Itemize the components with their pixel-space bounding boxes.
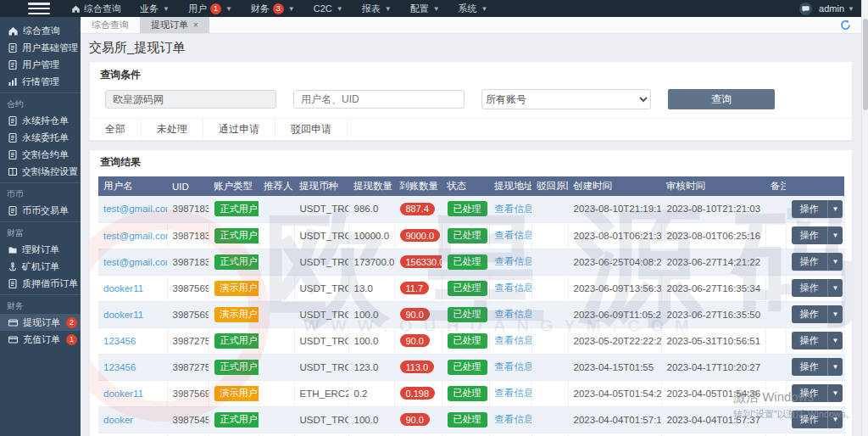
reject-reason-cell [531, 275, 568, 301]
user-search-input[interactable] [293, 90, 465, 109]
site-input[interactable] [105, 90, 276, 109]
table-row: dooker 3987545 正式用户 USDT_TRC20 100.0 90.… [98, 406, 844, 433]
account-type-badge: 演示用户 [214, 386, 259, 401]
chevron-down-icon: ▼ [163, 5, 170, 13]
tab-withdraw-orders[interactable]: 提现订单 × [140, 17, 209, 33]
coin-cell: USDT_TRC20 [294, 275, 348, 301]
nav-item-business[interactable]: 业务▼ [131, 0, 179, 17]
nav-item-users[interactable]: 用户1▼ [179, 0, 242, 17]
filter-tab-all[interactable]: 全部 [90, 119, 142, 140]
nav-item-config[interactable]: 配置▼ [401, 0, 449, 17]
search-button[interactable]: 查询 [668, 89, 775, 109]
username-link[interactable]: test@gmail.com [103, 231, 167, 241]
file-icon [8, 115, 18, 126]
table-row: dooker11 3987569 演示用户 USDT_TRC20 100.0 9… [98, 301, 844, 327]
receive-amount-badge: 9000.0 [400, 229, 441, 242]
scrollbar-thumb[interactable] [863, 19, 868, 110]
close-icon[interactable]: × [193, 20, 198, 30]
top-navbar: 综合查询 业务▼ 用户1▼ 财务3▼ C2C▼ 报表▼ 配置▼ 系统▼ admi… [0, 0, 868, 17]
username-link[interactable]: dooker11 [103, 283, 143, 293]
menu-toggle-icon[interactable] [28, 3, 50, 14]
receive-amount-badge: 90.0 [400, 308, 430, 321]
referrer-cell [259, 327, 294, 354]
sidebar-item-miner-orders[interactable]: 矿机订单 [0, 258, 81, 275]
sidebar-item-overview[interactable]: 综合查询 [0, 22, 81, 39]
nav-item-system[interactable]: 系统▼ [449, 0, 498, 17]
action-button[interactable]: 操作▼ [792, 253, 843, 271]
sidebar-item-delivery-control[interactable]: 交割场控设置 [0, 163, 81, 180]
refresh-icon[interactable] [840, 20, 851, 32]
sidebar-item-user-basic-mgmt[interactable]: 用户基础管理 [0, 39, 81, 56]
sidebar-item-pledge-orders[interactable]: 质押借币订单 [0, 275, 81, 292]
status-cell: 已处理 [442, 222, 489, 249]
account-type-select[interactable]: 所有账号 [481, 89, 651, 109]
sidebar-item-deposit-orders[interactable]: 充值订单 1 [0, 331, 81, 348]
username-link[interactable]: 123456 [103, 336, 136, 346]
view-info-link[interactable]: 查看信息 [495, 361, 532, 372]
created-at-cell: 2023-06-25T04:08:22 [568, 249, 661, 275]
username-link[interactable]: test@gmail.com [103, 204, 167, 214]
username-link[interactable]: dooker11 [103, 310, 143, 320]
sidebar-item-perpetual-positions[interactable]: 永续持仓单 [0, 112, 81, 129]
view-info-link[interactable]: 查看信息 [495, 388, 532, 398]
view-info-link[interactable]: 查看信息 [495, 282, 532, 293]
username-link[interactable]: dooker11 [103, 388, 143, 399]
sidebar-item-market-mgmt[interactable]: 行情管理 [0, 73, 81, 90]
results-table-body: test@gmail.com 3987183 正式用户 USDT_TRC20 9… [98, 196, 844, 436]
reviewed-at-cell: 2023-05-31T10:56:51 [661, 327, 765, 354]
nav-item-reports[interactable]: 报表▼ [353, 0, 401, 17]
note-cell [765, 301, 786, 327]
filter-tab-pending[interactable]: 未处理 [142, 119, 203, 140]
sidebar-item-perpetual-orders[interactable]: 永续委托单 [0, 129, 81, 146]
sidebar-item-spot-trades[interactable]: 币币交易单 [0, 202, 81, 219]
sidebar-item-wealth-orders[interactable]: 理财订单 [0, 241, 81, 258]
sidebar-item-user-mgmt[interactable]: 用户管理 [0, 56, 81, 73]
receive-amount-badge: 90.0 [400, 334, 430, 347]
view-info-link[interactable]: 查看信息 [495, 204, 532, 214]
filter-tab-approved[interactable]: 通过申请 [203, 119, 275, 140]
view-info-link[interactable]: 查看信息 [495, 309, 532, 319]
nav-item-overview[interactable]: 综合查询 [62, 0, 131, 17]
amount-cell: 0.2 [348, 380, 394, 406]
sidebar-item-withdraw-orders[interactable]: 提现订单 2 [0, 314, 81, 331]
file-icon [8, 59, 18, 70]
amount-cell: 100.0 [348, 327, 394, 354]
username-link[interactable]: test@gmail.com [103, 257, 167, 267]
coin-cell: USDT_TRC20 [294, 433, 348, 436]
uid-cell: 3987183 [167, 249, 209, 275]
page-scrollbar[interactable] [861, 0, 868, 436]
reject-reason-cell [531, 380, 568, 406]
action-button[interactable]: 操作▼ [792, 305, 843, 323]
view-info-link[interactable]: 查看信息 [495, 335, 532, 345]
note-cell [765, 380, 786, 406]
view-info-link[interactable]: 查看信息 [495, 256, 532, 266]
status-cell: 已处理 [442, 380, 489, 406]
nav-item-c2c[interactable]: C2C▼ [304, 0, 353, 17]
chevron-down-icon: ▼ [827, 253, 843, 271]
action-button[interactable]: 操作▼ [792, 279, 843, 297]
user-menu[interactable]: admin▼ [819, 3, 854, 14]
view-info-link[interactable]: 查看信息 [495, 230, 532, 240]
note-cell [765, 222, 786, 249]
action-button[interactable]: 操作▼ [792, 384, 843, 402]
message-icon[interactable] [799, 3, 812, 15]
tab-overview[interactable]: 综合查询 [81, 17, 140, 33]
action-button[interactable]: 操作▼ [792, 358, 843, 376]
created-at-cell: 2023-05-20T22:22:25 [568, 327, 661, 354]
coin-cell: USDT_TRC20 [294, 354, 348, 380]
action-button[interactable]: 操作▼ [792, 226, 843, 244]
sidebar-item-delivery-contracts[interactable]: 交割合约单 [0, 146, 81, 163]
action-button[interactable]: 操作▼ [792, 200, 843, 218]
chevron-down-icon: ▼ [385, 5, 392, 13]
username-link[interactable]: 123456 [103, 362, 136, 372]
username-link[interactable]: dooker [103, 415, 133, 425]
reject-reason-cell [531, 222, 568, 249]
account-type-badge: 演示用户 [214, 307, 259, 322]
view-info-link[interactable]: 查看信息 [495, 414, 532, 424]
created-at-cell: 2023-03-28T20:42:49 [568, 433, 661, 436]
status-cell: 已处理 [442, 196, 489, 222]
nav-item-finance[interactable]: 财务3▼ [242, 0, 304, 17]
filter-tab-rejected[interactable]: 驳回申请 [275, 119, 348, 140]
action-button[interactable]: 操作▼ [792, 411, 843, 428]
action-button[interactable]: 操作▼ [792, 332, 843, 349]
